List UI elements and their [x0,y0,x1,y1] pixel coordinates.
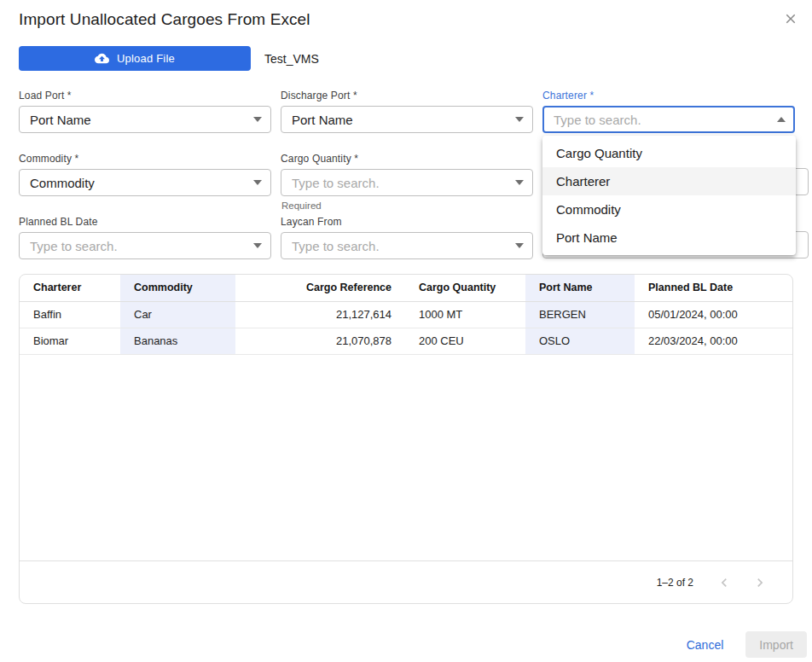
chevron-down-icon[interactable] [253,180,262,185]
field-discharge-port: Discharge Port * [281,90,533,133]
chevron-down-icon[interactable] [253,117,262,122]
cell-port-name: OSLO [525,328,635,354]
field-cargo-quantity: Cargo Quantity * Required [281,153,533,196]
dropdown-option-port-name[interactable]: Port Name [542,224,796,252]
chevron-left-icon [716,574,733,591]
chevron-down-icon[interactable] [515,180,524,185]
chevron-down-icon[interactable] [253,243,262,248]
cancel-button[interactable]: Cancel [673,633,738,657]
import-button[interactable]: Import [745,631,807,658]
charterer-input[interactable] [554,113,770,127]
field-planned-bl-date: Planned BL Date [19,216,271,259]
field-load-port: Load Port * [19,90,271,133]
uploaded-file-name: Test_VMS [264,52,319,66]
next-page-button[interactable] [748,571,772,595]
chevron-down-icon[interactable] [515,117,524,122]
column-header-cargo-reference[interactable]: Cargo Reference [235,275,405,301]
cell-cargo-quantity: 200 CEU [405,328,525,354]
table-row[interactable]: Baffin Car 21,127,614 1000 MT BERGEN 05/… [20,301,792,328]
pagination-bar: 1–2 of 2 [20,560,792,603]
column-header-port-name[interactable]: Port Name [525,275,635,301]
cargo-table: Charterer Commodity Cargo Reference Carg… [20,275,792,355]
commodity-input[interactable] [30,176,246,190]
laycan-from-select[interactable] [281,232,533,259]
load-port-select[interactable] [19,106,271,133]
planned-bl-date-select[interactable] [19,232,271,259]
required-helper-text: Required [281,200,322,211]
charterer-select[interactable] [542,106,795,133]
cell-commodity: Car [120,301,235,328]
cell-charterer: Baffin [20,301,120,328]
dropdown-option-charterer[interactable]: Charterer [542,167,796,195]
pagination-range-label: 1–2 of 2 [657,577,693,589]
cargo-quantity-label: Cargo Quantity * [281,153,533,165]
column-header-cargo-quantity[interactable]: Cargo Quantity [405,275,525,301]
cloud-upload-icon [95,51,109,66]
table-empty-area [20,355,792,561]
close-icon [783,11,798,26]
cargo-quantity-select[interactable] [281,169,533,196]
upload-file-button[interactable]: Upload File [19,46,251,71]
cell-port-name: BERGEN [525,301,635,328]
chevron-up-icon[interactable] [777,117,786,122]
cell-commodity: Bananas [120,328,235,354]
field-laycan-from: Laycan From [281,216,533,259]
previous-page-button[interactable] [712,571,736,595]
discharge-port-input[interactable] [292,113,508,127]
close-button[interactable] [781,9,800,28]
cell-cargo-reference: 21,127,614 [235,301,405,328]
upload-file-button-label: Upload File [117,52,175,65]
chevron-down-icon[interactable] [515,243,524,248]
column-header-commodity[interactable]: Commodity [120,275,235,301]
dialog-footer: Cancel Import [0,631,812,658]
planned-bl-date-label: Planned BL Date [19,216,271,228]
laycan-from-input[interactable] [292,239,508,253]
cargo-preview-table: Charterer Commodity Cargo Reference Carg… [19,274,793,604]
upload-row: Upload File Test_VMS [19,46,793,71]
column-header-planned-bl-date[interactable]: Planned BL Date [635,275,792,301]
planned-bl-date-input[interactable] [30,239,246,253]
commodity-label: Commodity * [19,153,271,165]
commodity-select[interactable] [19,169,271,196]
dialog-title: Import Unallocated Cargoes From Excel [19,9,310,30]
load-port-label: Load Port * [19,90,271,102]
dialog-header: Import Unallocated Cargoes From Excel [0,0,812,30]
column-header-charterer[interactable]: Charterer [20,275,120,301]
charterer-label: Charterer * [542,90,795,102]
chevron-right-icon [751,574,768,591]
cell-cargo-quantity: 1000 MT [405,301,525,328]
cell-planned-bl-date: 05/01/2024, 00:00 [635,301,792,328]
dropdown-option-commodity[interactable]: Commodity [542,195,796,224]
table-header-row: Charterer Commodity Cargo Reference Carg… [20,275,792,301]
cargo-quantity-input[interactable] [292,176,508,190]
laycan-from-label: Laycan From [281,216,533,228]
table-row[interactable]: Biomar Bananas 21,070,878 200 CEU OSLO 2… [20,328,792,354]
field-charterer: Charterer * [542,90,795,133]
cell-cargo-reference: 21,070,878 [235,328,405,354]
field-commodity: Commodity * [19,153,271,196]
load-port-input[interactable] [30,113,246,127]
cell-planned-bl-date: 22/03/2024, 00:00 [635,328,792,354]
discharge-port-label: Discharge Port * [281,90,533,102]
dropdown-option-cargo-quantity[interactable]: Cargo Quantity [542,139,796,167]
charterer-dropdown-menu: Cargo Quantity Charterer Commodity Port … [542,136,796,255]
cell-charterer: Biomar [20,328,120,354]
discharge-port-select[interactable] [281,106,533,133]
